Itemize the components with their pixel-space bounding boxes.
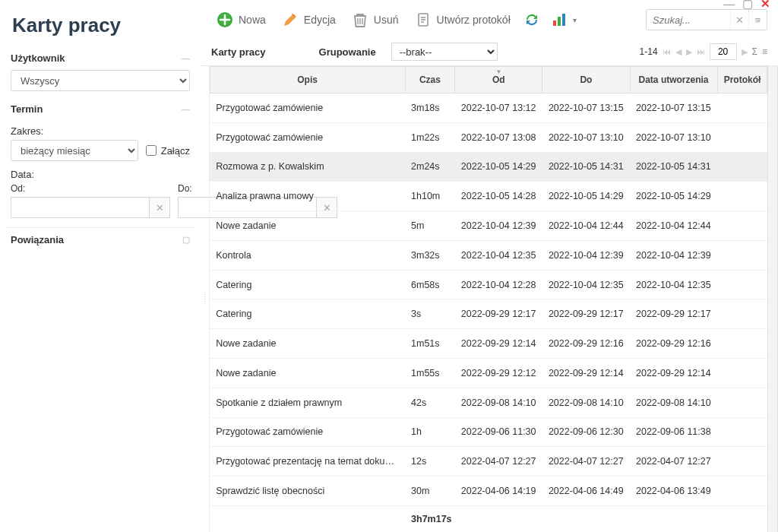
col-header-created[interactable]: Data utworzenia: [630, 67, 717, 93]
user-panel-header[interactable]: Użytkownik —: [6, 49, 194, 67]
cell-od: 2022-09-29 12:12: [455, 359, 542, 388]
cell-opis: Przygotować zamówienie: [210, 417, 405, 447]
create-protocol-button-label: Utwórz protokół: [437, 14, 511, 26]
options-button[interactable]: ≡: [762, 46, 767, 57]
table-row[interactable]: Nowe zadanie1m55s2022-09-29 12:122022-09…: [210, 359, 767, 388]
scrollbar-stub[interactable]: [767, 66, 778, 532]
table-row[interactable]: Spotkanie z działem prawnym42s2022-09-08…: [210, 388, 767, 417]
search-options-button[interactable]: ≡: [748, 10, 767, 30]
new-button-label: Nowa: [239, 14, 266, 26]
cell-czas: 3s: [405, 299, 455, 329]
cell-prot: [717, 477, 767, 506]
chart-button[interactable]: ▾: [549, 8, 578, 32]
search-clear-button[interactable]: ✕: [730, 10, 748, 30]
sidebar: Karty pracy Użytkownik — Wszyscy Termin …: [0, 0, 201, 532]
cell-czas: 6m58s: [405, 270, 455, 299]
cell-do: 2022-10-07 13:15: [542, 93, 630, 123]
cell-created: 2022-04-07 12:27: [630, 447, 717, 477]
col-header-protokol[interactable]: Protokół: [717, 67, 767, 93]
col-header-od[interactable]: ▼Od: [455, 67, 542, 93]
table-row[interactable]: Przygotować zamówienie1h2022-09-06 11:30…: [210, 417, 767, 447]
expand-icon[interactable]: ▢: [182, 235, 190, 245]
cell-prot: [717, 417, 767, 447]
bar-chart-icon: [550, 11, 568, 29]
cell-od: 2022-10-04 12:39: [455, 211, 542, 241]
table-row[interactable]: Przygotować zamówienie1m22s2022-10-07 13…: [210, 122, 767, 152]
page-title: Karty pracy: [6, 9, 194, 49]
cell-do: 2022-09-08 14:10: [542, 388, 630, 417]
table-row[interactable]: Przygotować zamówienie3m18s2022-10-07 13…: [210, 93, 767, 123]
cell-od: 2022-10-07 13:12: [455, 93, 542, 123]
pager-range: 1-14: [640, 46, 658, 57]
pager-next-button[interactable]: ▶: [686, 47, 692, 57]
grouping-select[interactable]: --brak--: [391, 43, 498, 61]
create-protocol-button[interactable]: Utwórz protokół: [410, 8, 515, 32]
cell-do: 2022-10-07 13:10: [542, 122, 630, 152]
pager-last-button[interactable]: ⏭: [697, 47, 705, 56]
table-header-row: Opis Czas ▼Od Do Data utworzenia Protokó…: [210, 67, 767, 93]
range-label: Zakres:: [11, 125, 190, 137]
cell-do: 2022-04-06 14:49: [542, 477, 630, 506]
cell-prot: [717, 447, 767, 477]
term-panel-body: Zakres: bieżący miesiąc Załącz Data: Od:…: [6, 118, 194, 227]
cell-od: 2022-10-05 14:28: [455, 182, 542, 211]
col-header-opis[interactable]: Opis: [210, 67, 405, 93]
table-row[interactable]: Nowe zadanie5m2022-10-04 12:392022-10-04…: [210, 211, 767, 241]
table-row[interactable]: Sprawdzić listę obecności30m2022-04-06 1…: [210, 477, 767, 506]
splitter-handle[interactable]: ⋮⋮⋮: [201, 66, 210, 532]
term-panel-header[interactable]: Termin —: [6, 100, 194, 118]
trash-icon: [351, 11, 369, 29]
table-row[interactable]: Kontrola3m32s2022-10-04 12:352022-10-04 …: [210, 240, 767, 270]
attach-checkbox-input[interactable]: [146, 145, 157, 156]
cell-do: 2022-10-04 12:39: [542, 240, 630, 270]
cell-od: 2022-09-06 11:30: [455, 417, 542, 447]
refresh-button[interactable]: [521, 8, 542, 32]
svg-rect-2: [553, 21, 556, 26]
col-header-do[interactable]: Do: [542, 67, 630, 93]
cell-created: 2022-10-07 13:10: [630, 122, 717, 152]
sigma-button[interactable]: Σ: [752, 46, 757, 57]
cell-created: 2022-10-05 14:31: [630, 152, 717, 182]
cell-opis: Nowe zadanie: [210, 359, 405, 388]
table-row[interactable]: Rozmowa z p. Kowalskim2m24s2022-10-05 14…: [210, 152, 767, 182]
sort-desc-icon: ▼: [495, 68, 501, 75]
cell-opis: Nowe zadanie: [210, 211, 405, 241]
cell-opis: Przygotować zamówienie: [210, 122, 405, 152]
table-row[interactable]: Nowe zadanie1m51s2022-09-29 12:142022-09…: [210, 329, 767, 359]
table-row[interactable]: Analiza prawna umowy1h10m2022-10-05 14:2…: [210, 182, 767, 211]
collapse-icon[interactable]: —: [182, 105, 190, 114]
cell-prot: [717, 182, 767, 211]
attach-checkbox[interactable]: Załącz: [146, 145, 190, 157]
related-panel-header[interactable]: Powiązania ▢: [6, 227, 194, 249]
cell-created: 2022-10-07 13:15: [630, 93, 717, 123]
cell-czas: 1h10m: [405, 182, 455, 211]
range-select[interactable]: bieżący miesiąc: [11, 140, 138, 161]
cell-czas: 12s: [405, 447, 455, 477]
delete-button[interactable]: Usuń: [346, 8, 403, 32]
cell-czas: 2m24s: [405, 152, 455, 182]
cell-created: 2022-09-06 11:38: [630, 417, 717, 447]
pager-prev-button[interactable]: ◀: [675, 47, 682, 57]
cell-created: 2022-10-05 14:29: [630, 182, 717, 211]
new-button[interactable]: Nowa: [211, 8, 270, 32]
table-footer-row: 3h7m17s: [210, 506, 767, 533]
user-select[interactable]: Wszyscy: [11, 70, 190, 91]
section-title: Karty pracy: [211, 46, 266, 58]
cell-created: 2022-10-04 12:44: [630, 211, 717, 241]
table-row[interactable]: Catering3s2022-09-29 12:172022-09-29 12:…: [210, 299, 767, 329]
pager-first-button[interactable]: ⏮: [663, 47, 671, 56]
cell-do: 2022-09-06 12:30: [542, 417, 630, 447]
search-input[interactable]: [647, 13, 730, 27]
date-from-input[interactable]: [11, 197, 149, 218]
page-size-input[interactable]: [710, 43, 737, 60]
cell-created: 2022-10-04 12:35: [630, 270, 717, 299]
clear-date-from-button[interactable]: ✕: [149, 197, 170, 218]
user-panel-body: Wszyscy: [6, 67, 194, 100]
table-row[interactable]: Przygotować prezentację na temat dokumen…: [210, 447, 767, 477]
pager-go-button[interactable]: ▶: [742, 47, 748, 57]
table-row[interactable]: Catering6m58s2022-10-04 12:282022-10-04 …: [210, 270, 767, 299]
edit-button[interactable]: Edycja: [277, 8, 340, 32]
col-header-czas[interactable]: Czas: [405, 67, 455, 93]
cell-do: 2022-09-29 12:17: [542, 299, 630, 329]
collapse-icon[interactable]: —: [182, 54, 190, 63]
